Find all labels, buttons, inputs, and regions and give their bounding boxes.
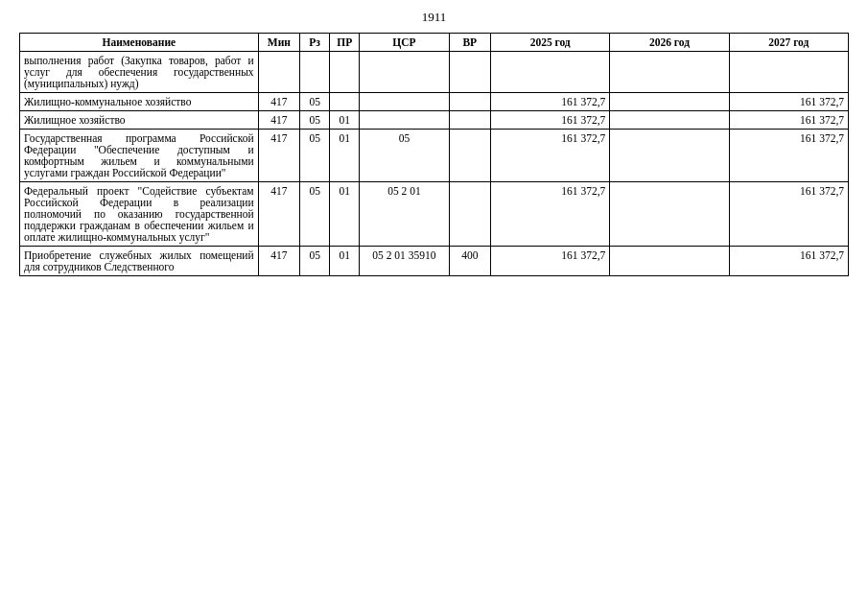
cell-2027-1: 161 372,7: [729, 93, 848, 111]
header-rz: Рз: [300, 34, 330, 52]
cell-csr-3: 05: [360, 130, 449, 182]
cell-2025-3: 161 372,7: [491, 130, 610, 182]
cell-2027-3: 161 372,7: [729, 130, 848, 182]
cell-min-5: 417: [258, 247, 300, 276]
header-2027: 2027 год: [729, 34, 848, 52]
cell-2026-3: [610, 130, 729, 182]
cell-rz-2: 05: [300, 111, 330, 130]
header-min: Мин: [258, 34, 300, 52]
budget-table: Наименование Мин Рз ПР ЦСР ВР 2025 год 2…: [19, 33, 849, 276]
cell-name-4: Федеральный проект "Содействие субъектам…: [20, 182, 259, 247]
cell-2026-4: [610, 182, 729, 247]
cell-name-5: Приобретение служебных жилых помещений д…: [20, 247, 259, 276]
cell-rz-4: 05: [300, 182, 330, 247]
cell-pr-5: 01: [330, 247, 360, 276]
cell-pr-0: [330, 52, 360, 93]
cell-vr-4: [449, 182, 491, 247]
cell-csr-1: [360, 93, 449, 111]
header-vr: ВР: [449, 34, 491, 52]
table-row: Приобретение служебных жилых помещений д…: [20, 247, 849, 276]
cell-min-2: 417: [258, 111, 300, 130]
cell-2025-4: 161 372,7: [491, 182, 610, 247]
cell-2027-0: [729, 52, 848, 93]
cell-2025-0: [491, 52, 610, 93]
header-name: Наименование: [20, 34, 259, 52]
header-pr: ПР: [330, 34, 360, 52]
cell-rz-3: 05: [300, 130, 330, 182]
page-number: 1911: [19, 10, 849, 25]
cell-min-3: 417: [258, 130, 300, 182]
cell-2026-1: [610, 93, 729, 111]
cell-csr-0: [360, 52, 449, 93]
cell-2027-2: 161 372,7: [729, 111, 848, 130]
table-row: выполнения работ (Закупка товаров, работ…: [20, 52, 849, 93]
cell-min-1: 417: [258, 93, 300, 111]
cell-name-3: Государственная программа Российской Фед…: [20, 130, 259, 182]
cell-csr-4: 05 2 01: [360, 182, 449, 247]
cell-pr-4: 01: [330, 182, 360, 247]
table-row: Жилищное хозяйство4170501161 372,7161 37…: [20, 111, 849, 130]
cell-csr-2: [360, 111, 449, 130]
header-2026: 2026 год: [610, 34, 729, 52]
cell-name-2: Жилищное хозяйство: [20, 111, 259, 130]
cell-pr-1: [330, 93, 360, 111]
cell-2025-2: 161 372,7: [491, 111, 610, 130]
cell-rz-5: 05: [300, 247, 330, 276]
table-row: Федеральный проект "Содействие субъектам…: [20, 182, 849, 247]
cell-csr-5: 05 2 01 35910: [360, 247, 449, 276]
cell-name-0: выполнения работ (Закупка товаров, работ…: [20, 52, 259, 93]
cell-pr-3: 01: [330, 130, 360, 182]
cell-min-0: [258, 52, 300, 93]
table-row: Жилищно-коммунальное хозяйство41705161 3…: [20, 93, 849, 111]
header-csr: ЦСР: [360, 34, 449, 52]
header-2025: 2025 год: [491, 34, 610, 52]
cell-vr-3: [449, 130, 491, 182]
table-row: Государственная программа Российской Фед…: [20, 130, 849, 182]
cell-rz-1: 05: [300, 93, 330, 111]
cell-vr-1: [449, 93, 491, 111]
cell-2027-4: 161 372,7: [729, 182, 848, 247]
cell-2026-0: [610, 52, 729, 93]
cell-vr-2: [449, 111, 491, 130]
cell-vr-0: [449, 52, 491, 93]
cell-rz-0: [300, 52, 330, 93]
cell-pr-2: 01: [330, 111, 360, 130]
cell-2025-1: 161 372,7: [491, 93, 610, 111]
cell-2026-5: [610, 247, 729, 276]
cell-name-1: Жилищно-коммунальное хозяйство: [20, 93, 259, 111]
cell-min-4: 417: [258, 182, 300, 247]
cell-2026-2: [610, 111, 729, 130]
cell-2025-5: 161 372,7: [491, 247, 610, 276]
cell-2027-5: 161 372,7: [729, 247, 848, 276]
cell-vr-5: 400: [449, 247, 491, 276]
